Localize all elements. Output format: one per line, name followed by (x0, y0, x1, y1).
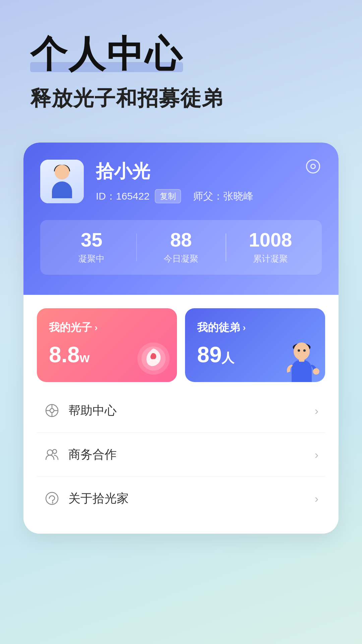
avatar (40, 160, 84, 203)
business-icon (44, 446, 60, 463)
svg-point-11 (50, 409, 54, 413)
about-icon (44, 490, 60, 507)
stat-label-gathering: 凝聚中 (47, 253, 136, 265)
photon-3d-icon (133, 338, 174, 379)
page-subtitle: 释放光子和招募徒弟 (30, 84, 332, 112)
svg-point-5 (294, 342, 310, 360)
disciples-unit: 人 (222, 351, 234, 365)
photon-card-title: 我的光子 › (49, 320, 165, 335)
menu-item-help[interactable]: 帮助中心 › (37, 389, 325, 433)
disciples-card-title: 我的徒弟 › (197, 320, 313, 335)
copy-id-button[interactable]: 复制 (155, 189, 181, 203)
profile-id: ID：165422 (96, 190, 149, 203)
photon-unit: w (80, 351, 90, 365)
disciples-arrow: › (243, 322, 246, 333)
card-body: 我的光子 › 8.8w (23, 295, 339, 534)
profile-master: 师父：张晓峰 (193, 190, 253, 203)
main-card: 拾小光 ID：165422 复制 师父：张晓峰 35 凝聚中 88 今日凝聚 (23, 143, 339, 534)
menu-label-about: 关于拾光家 (68, 490, 315, 507)
svg-point-18 (46, 492, 58, 504)
svg-rect-9 (299, 359, 305, 362)
disciple-3d-icon (282, 338, 322, 382)
menu-label-help: 帮助中心 (68, 402, 315, 419)
menu-arrow-business: › (315, 448, 318, 461)
feature-cards: 我的光子 › 8.8w (37, 308, 325, 382)
menu-list: 帮助中心 › 商务合作 › (37, 389, 325, 520)
svg-point-0 (307, 160, 320, 173)
menu-item-business[interactable]: 商务合作 › (37, 433, 325, 477)
page-background: 个人中心 释放光子和招募徒弟 (0, 0, 362, 534)
stat-value-total: 1008 (226, 230, 315, 250)
profile-name: 拾小光 (96, 159, 322, 184)
help-icon (44, 402, 60, 419)
photon-arrow: › (95, 322, 98, 333)
stat-label-today: 今日凝聚 (136, 253, 226, 265)
stats-row: 35 凝聚中 88 今日凝聚 1008 累计凝聚 (40, 220, 322, 275)
disciples-card[interactable]: 我的徒弟 › 89人 (185, 308, 325, 382)
photon-card[interactable]: 我的光子 › 8.8w (37, 308, 177, 382)
profile-row: 拾小光 ID：165422 复制 师父：张晓峰 (40, 159, 322, 203)
title-area: 个人中心 释放光子和招募徒弟 (0, 0, 362, 122)
stat-label-total: 累计凝聚 (226, 253, 315, 265)
stat-today: 88 今日凝聚 (136, 230, 226, 265)
profile-info: 拾小光 ID：165422 复制 师父：张晓峰 (96, 159, 322, 203)
svg-point-1 (311, 164, 315, 169)
profile-id-row: ID：165422 复制 师父：张晓峰 (96, 189, 322, 203)
stat-gathering: 35 凝聚中 (47, 230, 136, 265)
svg-point-17 (53, 449, 57, 453)
svg-point-8 (313, 368, 319, 375)
menu-arrow-help: › (315, 404, 318, 417)
card-header: 拾小光 ID：165422 复制 师父：张晓峰 35 凝聚中 88 今日凝聚 (23, 143, 339, 295)
stat-total: 1008 累计凝聚 (226, 230, 315, 265)
page-title: 个人中心 (30, 34, 183, 74)
svg-point-7 (303, 349, 306, 352)
stat-value-gathering: 35 (47, 230, 136, 250)
svg-point-6 (298, 349, 300, 352)
svg-point-19 (52, 502, 53, 503)
settings-icon[interactable] (304, 158, 322, 175)
menu-item-about[interactable]: 关于拾光家 › (37, 477, 325, 520)
stat-value-today: 88 (136, 230, 226, 250)
menu-arrow-about: › (315, 492, 318, 505)
svg-point-16 (47, 450, 53, 455)
menu-label-business: 商务合作 (68, 446, 315, 463)
